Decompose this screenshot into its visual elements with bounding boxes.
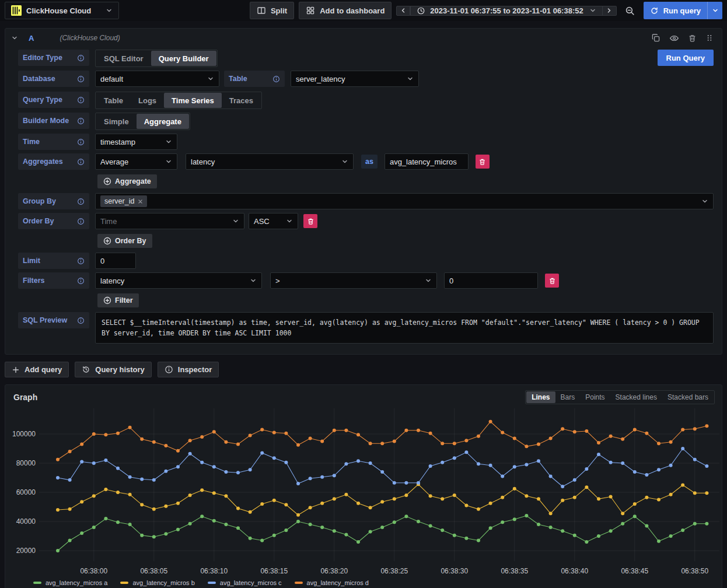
time-forward-button[interactable] <box>603 6 617 16</box>
order-by-direction-select[interactable]: ASC <box>249 213 298 229</box>
time-column-select[interactable]: timestamp <box>95 134 177 150</box>
remove-filter-button[interactable] <box>545 274 559 288</box>
query-type-option-table[interactable]: Table <box>96 93 131 108</box>
info-icon[interactable] <box>77 54 85 62</box>
query-type-toggle: Table Logs Time Series Traces <box>95 92 262 109</box>
database-select[interactable]: default <box>95 71 219 87</box>
legend-item-b[interactable]: avg_latency_micros b <box>120 579 194 586</box>
limit-input[interactable] <box>95 253 136 269</box>
datasource-name: ClickHouse Cloud <box>26 6 91 15</box>
y-tick-label: 100000 <box>12 430 36 438</box>
time-label: Time <box>18 134 89 150</box>
x-tick-label: 06:38:50 <box>681 567 708 575</box>
info-icon[interactable] <box>77 218 85 225</box>
query-type-option-traces[interactable]: Traces <box>222 93 261 108</box>
add-order-by-button[interactable]: Order By <box>97 234 152 248</box>
builder-mode-toggle: Simple Aggregate <box>95 113 190 130</box>
zoom-out-button[interactable] <box>621 2 639 19</box>
hide-query-eye-icon[interactable] <box>669 33 679 43</box>
explore-toolbar: Add query Query history Inspector <box>5 362 722 377</box>
graph-mode-points[interactable]: Points <box>580 391 610 403</box>
legend-label: avg_latency_micros a <box>46 579 107 586</box>
run-query-label: Run query <box>663 6 701 15</box>
info-icon[interactable] <box>272 75 280 83</box>
info-icon[interactable] <box>77 257 85 265</box>
filter-operator-select[interactable]: > <box>270 272 437 289</box>
legend-swatch-icon <box>295 582 303 584</box>
add-to-dashboard-button[interactable]: Add to dashboard <box>299 2 392 19</box>
graph-mode-stacked-lines[interactable]: Stacked lines <box>610 391 662 403</box>
inspector-button[interactable]: Inspector <box>158 362 219 377</box>
remove-aggregate-button[interactable] <box>476 155 490 169</box>
info-icon[interactable] <box>77 96 85 104</box>
graph-mode-lines[interactable]: Lines <box>526 391 555 403</box>
builder-mode-option-simple[interactable]: Simple <box>96 114 137 129</box>
time-range-picker[interactable]: 2023-11-01 06:37:55 to 2023-11-01 06:38:… <box>410 6 602 16</box>
query-type-option-time-series[interactable]: Time Series <box>164 93 222 108</box>
builder-mode-option-aggregate[interactable]: Aggregate <box>137 114 189 129</box>
circle-plus-icon <box>103 296 111 304</box>
legend-swatch-icon <box>33 582 41 584</box>
chevron-down-icon <box>402 75 414 82</box>
duplicate-query-icon[interactable] <box>651 33 660 43</box>
info-icon[interactable] <box>77 277 85 285</box>
latency-line-chart[interactable]: 2000040000600008000010000006:38:0006:38:… <box>10 407 723 578</box>
aggregate-alias-input[interactable] <box>385 153 469 170</box>
query-type-label: Query Type <box>18 92 89 108</box>
filter-value-input[interactable] <box>444 272 538 289</box>
chevron-down-icon <box>589 7 596 14</box>
drag-handle-icon[interactable] <box>705 34 714 42</box>
panel-run-query-button[interactable]: Run Query <box>658 50 714 66</box>
editor-type-option-query-builder[interactable]: Query Builder <box>151 51 216 66</box>
x-tick-label: 06:38:10 <box>200 567 228 575</box>
remove-tag-icon[interactable] <box>138 199 143 204</box>
chevron-down-icon <box>228 218 239 225</box>
group-by-label: Group By <box>18 193 89 209</box>
info-icon[interactable] <box>77 198 85 205</box>
info-circle-icon <box>165 365 173 374</box>
add-aggregate-button[interactable]: Aggregate <box>97 174 157 188</box>
legend-label: avg_latency_micros c <box>220 579 282 586</box>
filter-field-select[interactable]: latency <box>95 272 262 289</box>
info-icon[interactable] <box>77 138 85 146</box>
info-icon[interactable] <box>77 317 85 324</box>
aggregate-function-select[interactable]: Average <box>95 153 177 170</box>
x-tick-label: 06:38:15 <box>260 567 288 575</box>
query-history-button[interactable]: Query history <box>75 362 152 377</box>
legend-item-d[interactable]: avg_latency_micros d <box>295 579 369 586</box>
group-by-select[interactable]: server_id <box>95 193 714 209</box>
graph-mode-bars[interactable]: Bars <box>555 391 581 403</box>
legend-label: avg_latency_micros d <box>307 579 369 586</box>
add-filter-button[interactable]: Filter <box>97 293 139 307</box>
editor-type-option-sql-editor[interactable]: SQL Editor <box>96 51 151 66</box>
add-to-dashboard-label: Add to dashboard <box>320 6 385 15</box>
remove-order-by-button[interactable] <box>303 214 317 228</box>
info-icon[interactable] <box>77 75 85 83</box>
legend-item-a[interactable]: avg_latency_micros a <box>33 579 107 586</box>
builder-mode-label: Builder Mode <box>18 113 89 129</box>
graph-mode-toggle: LinesBarsPointsStacked linesStacked bars <box>525 390 715 404</box>
collapse-chevron-icon[interactable] <box>11 34 18 41</box>
delete-query-trash-icon[interactable] <box>688 34 697 43</box>
y-tick-label: 20000 <box>16 547 36 555</box>
split-button[interactable]: Split <box>250 2 294 19</box>
time-range-text: 2023-11-01 06:37:55 to 2023-11-01 06:38:… <box>430 6 583 15</box>
run-query-dropdown-button[interactable] <box>707 2 722 19</box>
graph-mode-stacked-bars[interactable]: Stacked bars <box>662 391 714 403</box>
aggregate-column-select[interactable]: latency <box>186 153 354 170</box>
run-query-split-button: Run query <box>644 2 722 19</box>
chevron-down-icon <box>160 158 172 165</box>
add-query-button[interactable]: Add query <box>5 362 69 377</box>
query-editor-card: A (ClickHouse Cloud) Run Query Editor Ty… <box>5 28 722 355</box>
query-type-option-logs[interactable]: Logs <box>131 93 164 108</box>
table-select[interactable]: server_latency <box>291 71 419 87</box>
legend-item-c[interactable]: avg_latency_micros c <box>208 579 282 586</box>
datasource-picker[interactable]: ClickHouse Cloud <box>5 2 119 19</box>
circle-plus-icon <box>103 177 111 186</box>
chevron-down-icon <box>281 218 293 225</box>
info-icon[interactable] <box>77 158 85 166</box>
order-by-field-select[interactable]: Time <box>95 213 244 229</box>
run-query-button[interactable]: Run query <box>644 2 707 19</box>
info-icon[interactable] <box>77 117 85 125</box>
time-back-button[interactable] <box>396 6 410 16</box>
